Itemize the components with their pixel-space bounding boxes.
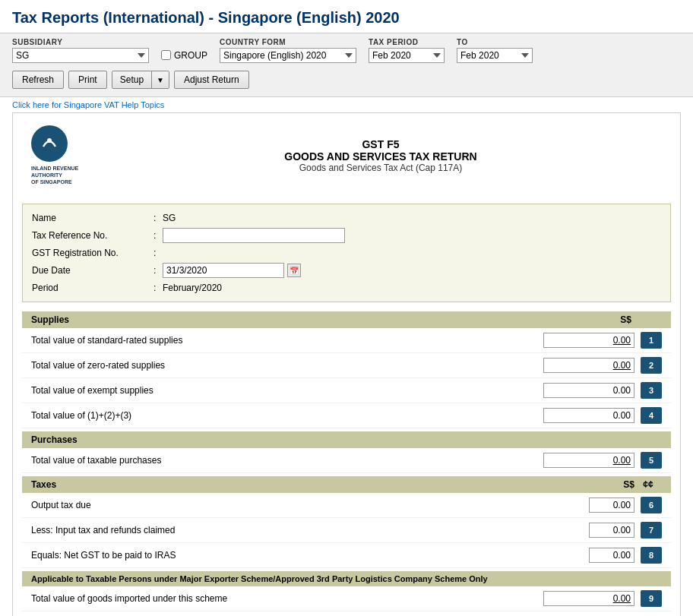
country-form-label: COUNTRY FORM	[220, 38, 356, 46]
row-number-badge: 2	[641, 357, 662, 374]
info-row-taxref: Tax Reference No. :	[32, 226, 661, 245]
table-row: Equals: Net GST to be paid to IRAS8	[22, 543, 671, 568]
supplies-header: Supplies S$	[22, 311, 671, 328]
tax-period-group: TAX PERIOD Feb 2020	[369, 38, 445, 63]
info-row-name: Name : SG	[32, 210, 661, 226]
toolbar-section: SUBSIDIARY SG GROUP COUNTRY FORM Singapo…	[0, 33, 693, 97]
scheme-rows: Total value of goods imported under this…	[13, 586, 680, 611]
to-label: TO	[457, 38, 533, 46]
row-label: Total value of goods imported under this…	[31, 593, 543, 604]
row-label: Total value of standard-rated supplies	[31, 335, 543, 346]
tax-period-label: TAX PERIOD	[369, 38, 445, 46]
table-row: Output tax due6	[22, 493, 671, 518]
period-value: February/2020	[163, 283, 661, 293]
purchases-header: Purchases	[22, 431, 671, 448]
country-form-select[interactable]: Singapore (English) 2020	[220, 48, 356, 63]
subsidiary-label: SUBSIDIARY	[12, 38, 149, 46]
table-row: Total value of standard-rated supplies1	[22, 328, 671, 353]
setup-split-button[interactable]: Setup ▼	[112, 71, 169, 89]
calendar-icon[interactable]: 📅	[287, 264, 301, 277]
value-input[interactable]	[589, 498, 634, 513]
taxes-header: Taxes S$ ¢¢	[22, 476, 671, 493]
name-value: SG	[163, 213, 661, 223]
report-form-act: Goods and Services Tax Act (Cap 117A)	[100, 163, 662, 173]
supplies-currency-label: S$	[571, 314, 662, 325]
taxes-cents-label: ¢¢	[634, 479, 662, 490]
table-row: Total value of goods imported under this…	[22, 586, 671, 611]
info-row-gstreg: GST Registration No. :	[32, 245, 661, 261]
print-button[interactable]: Print	[68, 71, 107, 89]
tax-ref-label: Tax Reference No.	[32, 230, 153, 241]
iras-logo-circle	[31, 125, 68, 162]
svg-point-1	[47, 138, 52, 143]
supplies-header-label: Supplies	[31, 314, 571, 325]
to-group: TO Feb 2020	[457, 38, 533, 63]
refresh-button[interactable]: Refresh	[12, 71, 64, 89]
row-label: Total value of (1)+(2)+(3)	[31, 410, 543, 421]
page-title: Tax Reports (International) - Singapore …	[0, 0, 693, 33]
purchases-header-label: Purchases	[31, 434, 571, 445]
to-select[interactable]: Feb 2020	[457, 48, 533, 63]
due-date-input[interactable]	[163, 263, 284, 278]
period-label: Period	[32, 283, 153, 293]
row-label: Less: Input tax and refunds claimed	[31, 525, 528, 535]
row-number-badge: 9	[641, 590, 662, 607]
row-label: Equals: Net GST to be paid to IRAS	[31, 550, 528, 561]
report-title-block: GST F5 GOODS AND SERVICES TAX RETURN Goo…	[100, 138, 662, 173]
tax-period-select[interactable]: Feb 2020	[369, 48, 445, 63]
row-label: Total value of exempt supplies	[31, 385, 543, 396]
group-checkbox[interactable]	[161, 50, 171, 60]
table-row: Total value of zero-rated supplies2	[22, 353, 671, 378]
due-date-label: Due Date	[32, 265, 153, 276]
iras-logo-text: INLAND REVENUE AUTHORITY OF SINGAPORE	[31, 165, 84, 185]
info-row-period: Period : February/2020	[32, 280, 661, 295]
row-number-badge: 5	[641, 452, 662, 469]
adjust-return-button[interactable]: Adjust Return	[174, 71, 249, 89]
value-input[interactable]	[543, 453, 634, 468]
report-form-title: GST F5	[100, 138, 662, 150]
row-number-badge: 4	[641, 407, 662, 424]
tax-ref-input[interactable]	[163, 228, 345, 243]
row-label: Total value of zero-rated supplies	[31, 360, 543, 371]
row-number-badge: 8	[641, 547, 662, 564]
value-input[interactable]	[543, 383, 634, 398]
iras-logo: INLAND REVENUE AUTHORITY OF SINGAPORE	[31, 125, 84, 185]
row-number-badge: 3	[641, 382, 662, 399]
report-header: INLAND REVENUE AUTHORITY OF SINGAPORE GS…	[13, 113, 680, 197]
row-number-badge: 7	[641, 522, 662, 539]
row-number-badge: 6	[641, 497, 662, 513]
setup-arrow-button[interactable]: ▼	[151, 71, 169, 88]
group-checkbox-row: GROUP	[161, 50, 207, 61]
table-row: Total value of (1)+(2)+(3)4	[22, 403, 671, 428]
row-label: Total value of taxable purchases	[31, 455, 543, 466]
report-container: INLAND REVENUE AUTHORITY OF SINGAPORE GS…	[12, 112, 681, 616]
value-input[interactable]	[589, 523, 634, 538]
info-row-duedate: Due Date : 📅	[32, 261, 661, 280]
taxes-header-label: Taxes	[31, 479, 528, 490]
value-input[interactable]	[543, 591, 634, 606]
scheme-header: Applicable to Taxable Persons under Majo…	[22, 571, 671, 586]
purchases-rows: Total value of taxable purchases5	[13, 448, 680, 473]
setup-main-button[interactable]: Setup	[112, 71, 151, 88]
help-link[interactable]: Click here for Singapore VAT Help Topics	[0, 97, 693, 112]
name-label: Name	[32, 213, 153, 223]
value-input[interactable]	[589, 548, 634, 563]
group-label: GROUP	[174, 50, 207, 61]
value-input[interactable]	[543, 333, 634, 348]
supplies-rows: Total value of standard-rated supplies1T…	[13, 328, 680, 428]
taxes-currency-label: S$	[589, 479, 634, 490]
info-section: Name : SG Tax Reference No. : GST Regist…	[22, 204, 671, 302]
table-row: Total value of exempt supplies3	[22, 378, 671, 403]
row-number-badge: 1	[641, 332, 662, 349]
row-label: Output tax due	[31, 500, 528, 510]
value-input[interactable]	[543, 358, 634, 373]
svg-point-0	[37, 131, 62, 156]
taxes-rows: Output tax due6Less: Input tax and refun…	[13, 493, 680, 568]
value-input[interactable]	[543, 408, 634, 423]
gst-reg-label: GST Registration No.	[32, 248, 153, 258]
table-row: Total value of taxable purchases5	[22, 448, 671, 473]
subsidiary-select[interactable]: SG	[12, 48, 149, 63]
table-row: Less: Input tax and refunds claimed7	[22, 518, 671, 543]
subsidiary-group: SUBSIDIARY SG	[12, 38, 149, 63]
filter-row: SUBSIDIARY SG GROUP COUNTRY FORM Singapo…	[12, 38, 681, 63]
